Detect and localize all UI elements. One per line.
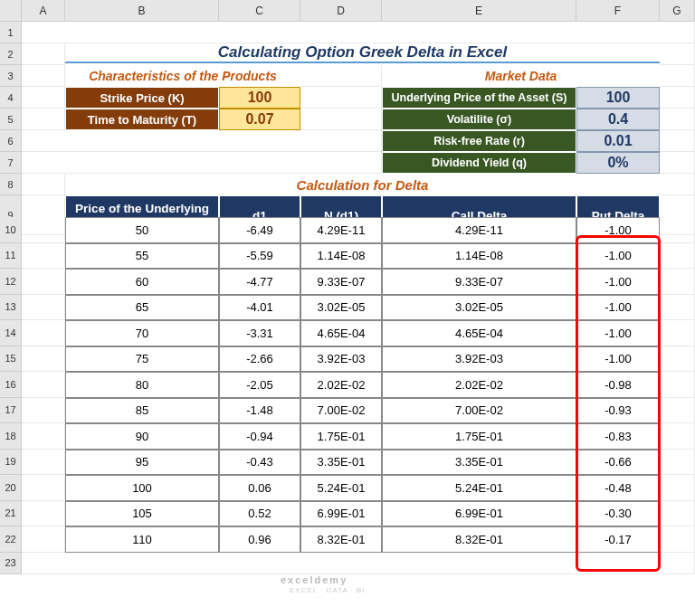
cell[interactable]	[22, 87, 65, 109]
cell-call-delta[interactable]: 9.33E-07	[382, 269, 576, 295]
cell-price[interactable]: 65	[65, 295, 219, 321]
cell-price[interactable]: 90	[65, 423, 219, 450]
cell-d1[interactable]: -1.48	[219, 398, 300, 424]
time-maturity-value[interactable]: 0.07	[219, 109, 300, 130]
cell[interactable]	[22, 398, 65, 424]
col-header-C[interactable]: C	[219, 0, 300, 22]
row-header-2[interactable]: 2	[0, 43, 22, 65]
cell[interactable]	[300, 87, 382, 109]
cell-price[interactable]: 50	[65, 217, 219, 243]
cell-call-delta[interactable]: 7.00E-02	[382, 398, 576, 424]
cell[interactable]	[22, 450, 65, 476]
cell-call-delta[interactable]: 1.14E-08	[382, 243, 576, 270]
cell-put-delta[interactable]: -0.30	[576, 501, 660, 527]
cell[interactable]	[660, 423, 695, 450]
cell[interactable]	[660, 130, 695, 152]
row-header-4[interactable]: 4	[0, 87, 22, 109]
risk-free-rate-value[interactable]: 0.01	[576, 130, 660, 152]
strike-price-value[interactable]: 100	[219, 87, 300, 109]
cell[interactable]	[660, 65, 695, 87]
cell-nd1[interactable]: 5.24E-01	[300, 475, 382, 501]
cell-d1[interactable]: -2.66	[219, 346, 300, 373]
cell-d1[interactable]: -0.94	[219, 423, 300, 450]
cell-put-delta[interactable]: -1.00	[576, 269, 660, 295]
cell-nd1[interactable]: 8.32E-01	[300, 526, 382, 553]
cell-d1[interactable]: 0.06	[219, 475, 300, 501]
cell-nd1[interactable]: 3.02E-05	[300, 295, 382, 321]
cell[interactable]	[22, 526, 65, 553]
cell-call-delta[interactable]: 2.02E-02	[382, 372, 576, 398]
cell[interactable]	[22, 501, 65, 527]
cell-price[interactable]: 100	[65, 475, 219, 501]
cell[interactable]	[22, 130, 382, 152]
row-header-8[interactable]: 8	[0, 174, 22, 195]
cell-d1[interactable]: -2.05	[219, 372, 300, 398]
row-header[interactable]: 14	[0, 320, 22, 346]
cell[interactable]	[22, 43, 65, 65]
cell[interactable]	[660, 320, 695, 346]
row-header-1[interactable]: 1	[0, 22, 22, 43]
row-header[interactable]: 18	[0, 423, 22, 450]
row-header[interactable]: 12	[0, 269, 22, 295]
row-header-6[interactable]: 6	[0, 130, 22, 152]
cell-put-delta[interactable]: -1.00	[576, 295, 660, 321]
cell-nd1[interactable]: 4.65E-04	[300, 320, 382, 346]
cell-price[interactable]: 70	[65, 320, 219, 346]
row-header[interactable]: 16	[0, 372, 22, 398]
col-header-D[interactable]: D	[300, 0, 382, 22]
cell-nd1[interactable]: 3.35E-01	[300, 450, 382, 476]
cell-put-delta[interactable]: -1.00	[576, 217, 660, 243]
row-header[interactable]: 13	[0, 295, 22, 321]
cell-call-delta[interactable]: 4.29E-11	[382, 217, 576, 243]
cell-put-delta[interactable]: -0.17	[576, 526, 660, 553]
volatility-value[interactable]: 0.4	[576, 109, 660, 130]
cell[interactable]	[22, 152, 382, 174]
cell-price[interactable]: 60	[65, 269, 219, 295]
cell-call-delta[interactable]: 8.32E-01	[382, 526, 576, 553]
cell-put-delta[interactable]: -1.00	[576, 320, 660, 346]
corner-cell[interactable]	[0, 0, 22, 22]
cell-price[interactable]: 105	[65, 501, 219, 527]
cell-nd1[interactable]: 4.29E-11	[300, 217, 382, 243]
cell-put-delta[interactable]: -0.93	[576, 398, 660, 424]
row-header[interactable]: 17	[0, 398, 22, 424]
cell[interactable]	[660, 152, 695, 174]
cell-put-delta[interactable]: -1.00	[576, 346, 660, 373]
cell-put-delta[interactable]: -1.00	[576, 243, 660, 270]
cell-nd1[interactable]: 1.75E-01	[300, 423, 382, 450]
cell[interactable]	[660, 372, 695, 398]
cell-put-delta[interactable]: -0.66	[576, 450, 660, 476]
cell-call-delta[interactable]: 4.65E-04	[382, 320, 576, 346]
cell[interactable]	[22, 553, 695, 574]
cell-nd1[interactable]: 7.00E-02	[300, 398, 382, 424]
cell[interactable]	[660, 501, 695, 527]
cell[interactable]	[300, 109, 382, 130]
cell-d1[interactable]: -4.01	[219, 295, 300, 321]
cell[interactable]	[660, 243, 695, 270]
cell-call-delta[interactable]: 6.99E-01	[382, 501, 576, 527]
cell[interactable]	[660, 109, 695, 130]
cell[interactable]	[660, 87, 695, 109]
col-header-E[interactable]: E	[382, 0, 576, 22]
row-header[interactable]: 10	[0, 217, 22, 243]
cell-nd1[interactable]: 1.14E-08	[300, 243, 382, 270]
cell[interactable]	[22, 295, 65, 321]
cell[interactable]	[22, 174, 65, 195]
row-header[interactable]: 11	[0, 243, 22, 270]
cell-put-delta[interactable]: -0.83	[576, 423, 660, 450]
col-header-B[interactable]: B	[65, 0, 219, 22]
cell[interactable]	[660, 450, 695, 476]
cell[interactable]	[22, 475, 65, 501]
cell-d1[interactable]: -6.49	[219, 217, 300, 243]
cell-d1[interactable]: -5.59	[219, 243, 300, 270]
cell[interactable]	[22, 243, 65, 270]
row-header-5[interactable]: 5	[0, 109, 22, 130]
cell-d1[interactable]: 0.52	[219, 501, 300, 527]
col-header-F[interactable]: F	[576, 0, 660, 22]
cell[interactable]	[22, 372, 65, 398]
cell[interactable]	[22, 423, 65, 450]
cell[interactable]	[660, 346, 695, 373]
cell[interactable]	[660, 526, 695, 553]
cell[interactable]	[22, 217, 65, 243]
cell[interactable]	[660, 295, 695, 321]
